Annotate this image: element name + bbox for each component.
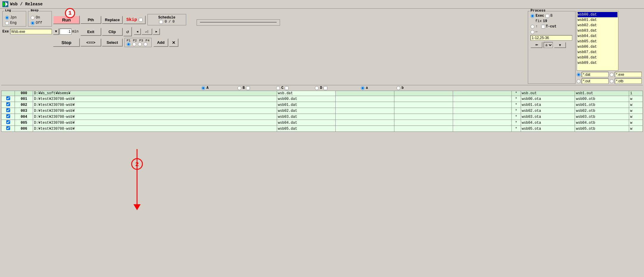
filter2-radio[interactable]: [577, 79, 581, 83]
refresh-button[interactable]: ↺: [123, 27, 132, 36]
p2-radio[interactable]: [132, 42, 136, 46]
tcut-row: T-cut: [541, 24, 556, 29]
row-d: [453, 126, 512, 132]
col-b-radio[interactable]: [237, 86, 241, 90]
p2-label: P2: [133, 39, 137, 42]
schedule-cb1[interactable]: [159, 20, 163, 24]
lng-eng-row: Eng: [5, 21, 24, 25]
row-dat: wsb.dat: [277, 91, 335, 96]
lng-jpn-label: Jpn: [10, 16, 17, 20]
stop-button[interactable]: Stop: [53, 38, 80, 47]
table-row: 004 D:¥test¥230708-wsb¥ wsb03.dat * wsb0…: [1, 114, 643, 120]
pth-button[interactable]: Pth: [80, 16, 101, 24]
filter1-input[interactable]: [582, 72, 609, 77]
b-checkbox[interactable]: [545, 14, 549, 18]
filter2-input[interactable]: [582, 78, 609, 84]
row-checkbox[interactable]: [6, 114, 10, 118]
row-otb: wsb05.otb: [575, 126, 629, 132]
row-d: [453, 102, 512, 108]
row-checkbox[interactable]: [6, 96, 10, 100]
list-item-7[interactable]: wsb07.dat: [578, 49, 617, 55]
list-item-9[interactable]: wsb09.dat: [578, 60, 617, 66]
left-radio[interactable]: [531, 30, 534, 34]
up-radio[interactable]: [531, 25, 534, 29]
x-button[interactable]: ✕: [169, 38, 178, 47]
filter1-radio[interactable]: [577, 73, 581, 77]
skip-checkbox[interactable]: [139, 18, 143, 22]
filter4-radio[interactable]: [610, 79, 614, 83]
row-ota: wsb02.ota: [521, 108, 575, 114]
min-input[interactable]: [60, 29, 71, 35]
row-num: 001: [15, 96, 33, 102]
replace-select[interactable]: a b: [544, 42, 553, 48]
list-item-5[interactable]: wsb05.dat: [578, 39, 617, 44]
arrow-button[interactable]: <==>: [80, 38, 101, 47]
col-c-cb[interactable]: [285, 86, 289, 90]
list-item-2[interactable]: wsb02.dat: [578, 23, 617, 28]
row-path: D:¥test¥230708-wsb¥: [33, 102, 277, 108]
nav-step-button[interactable]: ↵|: [141, 28, 152, 35]
main-area: Lng Jpn Eng Beep On: [0, 9, 644, 277]
col-d-cb[interactable]: [323, 86, 327, 90]
replace-dropdown-button[interactable]: ▼: [554, 42, 566, 48]
up-arrow-icon: ↑: [536, 24, 538, 29]
row-checkbox[interactable]: [6, 102, 10, 106]
row-ota: wsb03.ota: [521, 114, 575, 120]
col-b-cb[interactable]: [246, 86, 250, 90]
col-a2-radio[interactable]: [361, 86, 365, 90]
fix-val: 19: [543, 19, 547, 23]
beep-off-radio[interactable]: [31, 21, 35, 25]
row-checkbox-cell: [1, 114, 15, 120]
row-star: *: [512, 126, 521, 132]
list-item-8[interactable]: wsb08.dat: [578, 55, 617, 60]
row-checkbox[interactable]: [6, 120, 10, 124]
lng-eng-radio[interactable]: [5, 21, 9, 25]
col-c-radio[interactable]: [276, 86, 280, 90]
row-checkbox[interactable]: [6, 126, 10, 130]
tcut-checkbox[interactable]: [541, 25, 545, 29]
p1-radio[interactable]: [127, 42, 130, 46]
filter4-input[interactable]: [615, 78, 642, 84]
filter3-radio[interactable]: [610, 73, 614, 77]
select-button[interactable]: Select: [102, 38, 123, 47]
exec-radio[interactable]: [531, 14, 534, 18]
col-d-radio[interactable]: [315, 86, 319, 90]
row-checkbox[interactable]: [6, 108, 10, 112]
list-item-6[interactable]: wsb06.dat: [578, 44, 617, 49]
lng-jpn-radio[interactable]: [5, 16, 9, 20]
table-row: 005 D:¥test¥230708-wsb¥ wsb04.dat * wsb0…: [1, 120, 643, 126]
row-b: [335, 120, 394, 126]
add-button[interactable]: Add: [153, 38, 168, 47]
row-c: [394, 120, 453, 126]
row-w: w: [629, 120, 643, 126]
replace-left-button[interactable]: ⇐: [531, 42, 542, 48]
list-item-4[interactable]: wsb04.dat: [578, 33, 617, 39]
row-d: [453, 96, 512, 102]
row-checkbox-cell: [1, 108, 15, 114]
row-b: [335, 102, 394, 108]
filter3-input[interactable]: [615, 72, 642, 77]
exit-button[interactable]: Exit: [80, 28, 101, 36]
list-item-0[interactable]: wsb00.dat: [578, 12, 617, 17]
col-b2-header: b: [382, 86, 418, 90]
replace-button[interactable]: Replace: [102, 16, 123, 24]
col-b2-radio[interactable]: [396, 86, 400, 90]
range-input[interactable]: [531, 35, 572, 41]
list-item-3[interactable]: wsb03.dat: [578, 28, 617, 33]
nav-right-button[interactable]: ▶: [153, 28, 160, 35]
list-item-1[interactable]: wsb01.dat: [578, 17, 617, 23]
col-a-radio[interactable]: [201, 86, 205, 90]
row-dat: wsb03.dat: [277, 114, 335, 120]
p3-radio[interactable]: [138, 42, 142, 46]
row-star: *: [512, 96, 521, 102]
process-box: Process Exec B fix 19 ↑ T-cut: [528, 11, 575, 84]
schedule-slash: /: [169, 20, 171, 24]
clip-button[interactable]: Clip: [102, 28, 123, 36]
dropdown-button[interactable]: ▼: [53, 28, 59, 35]
nav-left-button[interactable]: ◀: [134, 28, 141, 35]
exe-input[interactable]: [10, 29, 52, 34]
beep-on-radio[interactable]: [31, 16, 35, 20]
row-w: w: [629, 96, 643, 102]
p4-radio[interactable]: [144, 42, 147, 46]
row-num: 003: [15, 108, 33, 114]
